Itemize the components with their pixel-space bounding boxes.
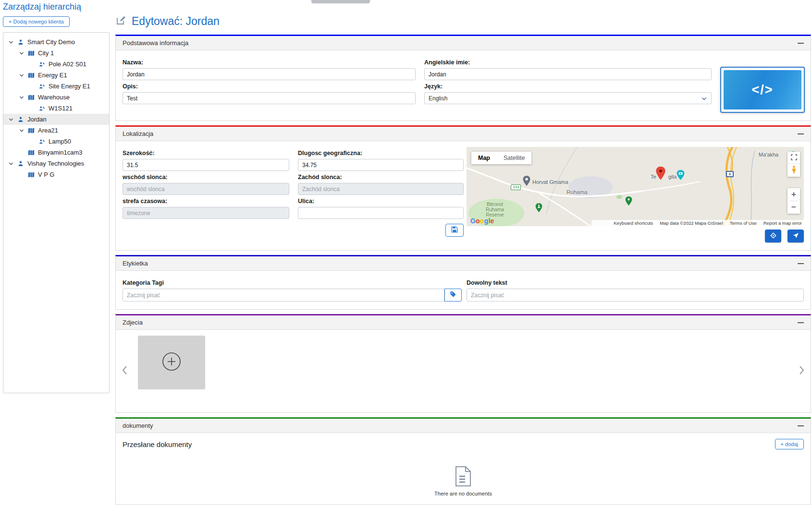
chevron-down-icon[interactable] bbox=[8, 39, 14, 45]
tree-item-warehouse[interactable]: Warehouse bbox=[3, 92, 109, 103]
longitude-field[interactable] bbox=[298, 159, 464, 171]
pegman-icon bbox=[791, 166, 797, 176]
google-logo[interactable]: Google bbox=[470, 217, 494, 225]
add-tag-button[interactable] bbox=[444, 289, 462, 302]
uploaded-documents-heading: Przesłane dokumenty bbox=[123, 440, 192, 448]
tree-item-v-p-g[interactable]: V P G bbox=[3, 169, 109, 180]
tree-item-pole-a02-s01[interactable]: Pole A02 S01 bbox=[3, 59, 109, 70]
language-select[interactable]: English bbox=[424, 92, 712, 104]
tree-item-label: Vishay Technologies bbox=[27, 160, 84, 167]
tree-item-city-1[interactable]: City 1 bbox=[3, 48, 109, 59]
collapse-icon[interactable] bbox=[798, 133, 804, 134]
collapse-icon[interactable] bbox=[798, 322, 804, 323]
gray-poi-pin[interactable] bbox=[523, 176, 530, 188]
map-attribution: Keyboard shortcutsMap data ©2022 Mapa GI… bbox=[591, 220, 804, 226]
map-attribution-item[interactable]: Terms of Use bbox=[730, 220, 757, 226]
map-attribution-item[interactable]: Report a map error bbox=[763, 220, 802, 226]
section-photos-header[interactable]: Zdjecia bbox=[116, 315, 811, 330]
site-icon bbox=[38, 105, 46, 112]
save-location-button[interactable] bbox=[445, 224, 464, 237]
carousel-right-icon[interactable] bbox=[799, 365, 805, 377]
zoom-in-button[interactable]: + bbox=[787, 188, 800, 201]
map-icon bbox=[27, 72, 35, 79]
map-label-poi1[interactable]: Horvat Gmama bbox=[532, 179, 568, 185]
red-marker-pin[interactable] bbox=[656, 167, 665, 182]
zoom-out-button[interactable]: − bbox=[787, 201, 800, 214]
map-type-map-button[interactable]: Map bbox=[471, 152, 497, 164]
tree-item-energy-e1[interactable]: Energy E1 bbox=[3, 70, 109, 81]
road-badge-334: 334 bbox=[511, 184, 521, 190]
directions-button[interactable] bbox=[765, 230, 781, 242]
category-tags-label: Kategoria Tagi bbox=[123, 279, 462, 286]
tree-item-site-energy-e1[interactable]: Site Energy E1 bbox=[3, 81, 109, 92]
collapse-icon[interactable] bbox=[798, 43, 804, 44]
section-photos: Zdjecia bbox=[115, 314, 811, 413]
add-photo-plus-icon bbox=[161, 351, 182, 374]
map-label-pin-right: gila bbox=[668, 174, 677, 180]
tree-item-label: Jordan bbox=[27, 116, 47, 123]
map-icon bbox=[27, 127, 35, 134]
fullscreen-button[interactable] bbox=[787, 152, 800, 164]
pegman-button[interactable] bbox=[787, 164, 800, 177]
latitude-field[interactable] bbox=[123, 159, 289, 171]
map-attribution-item[interactable]: Map data ©2022 Mapa GISrael bbox=[660, 220, 723, 226]
add-photo-tile[interactable] bbox=[138, 336, 205, 389]
chevron-down-icon[interactable] bbox=[8, 117, 14, 122]
street-field[interactable] bbox=[298, 207, 464, 219]
google-map[interactable]: Horvat Gmama 334 Ruhama Bitronot Ruhama … bbox=[467, 147, 804, 226]
chevron-down-icon[interactable] bbox=[19, 50, 25, 56]
map-label-reserve[interactable]: Bitronot Ruhama Reserve bbox=[486, 202, 504, 218]
map-zoom-control: + − bbox=[787, 188, 800, 214]
tree-item-vishay-technologies[interactable]: Vishay Technologies bbox=[3, 158, 109, 169]
section-location-header[interactable]: Lokalizacja bbox=[116, 127, 811, 141]
tree-item-w1s121[interactable]: W1S121 bbox=[3, 103, 109, 114]
chevron-down-icon[interactable] bbox=[19, 128, 25, 133]
tree-item-area21[interactable]: Area21 bbox=[3, 125, 109, 136]
code-thumbnail-icon: </> bbox=[724, 70, 801, 109]
street-label: Ulica: bbox=[298, 198, 464, 205]
tree-item-lamp50[interactable]: Lamp50 bbox=[3, 136, 109, 147]
tree-item-label: Area21 bbox=[38, 127, 58, 134]
chevron-down-icon[interactable] bbox=[19, 95, 25, 100]
name-label: Nazwa: bbox=[123, 59, 416, 66]
sunrise-label: wschód slonca: bbox=[123, 174, 289, 181]
chevron-down-icon[interactable] bbox=[8, 161, 14, 167]
map-label-town[interactable]: Ruhama bbox=[566, 189, 587, 195]
navigation-arrow-icon bbox=[793, 232, 799, 240]
collapse-icon[interactable] bbox=[798, 425, 804, 426]
hierarchy-title[interactable]: Zarządzaj hierarchią bbox=[3, 2, 110, 12]
section-basic-header[interactable]: Podstawowa informacja bbox=[116, 36, 811, 50]
tree-item-smart-city-demo[interactable]: Smart City Demo bbox=[3, 36, 109, 48]
chevron-down-icon bbox=[701, 96, 707, 103]
timezone-field bbox=[123, 207, 289, 219]
english-name-label: Angielskie imie: bbox=[424, 59, 712, 66]
add-document-button[interactable]: + dodaj bbox=[775, 439, 804, 449]
language-selected-value: English bbox=[429, 95, 447, 102]
section-location-title: Lokalizacja bbox=[123, 130, 153, 137]
map-type-satellite-button[interactable]: Satellite bbox=[497, 152, 531, 164]
longitude-label: Dlugosc geograficzna: bbox=[298, 150, 464, 157]
section-documents-header[interactable]: dokumenty bbox=[116, 419, 811, 433]
description-field[interactable] bbox=[123, 92, 416, 104]
name-field[interactable] bbox=[123, 68, 416, 80]
map-icon bbox=[27, 171, 35, 179]
page-header: Edytować: Jordan bbox=[115, 14, 811, 28]
map-attribution-item[interactable]: Keyboard shortcuts bbox=[614, 220, 653, 226]
carousel-left-icon[interactable] bbox=[122, 365, 128, 377]
language-label: Język: bbox=[424, 83, 712, 90]
hiker-poi-pin[interactable] bbox=[535, 203, 542, 215]
map-icon bbox=[27, 149, 35, 157]
add-client-button[interactable]: + Dodaj nowego klienta bbox=[3, 16, 70, 27]
locate-button[interactable] bbox=[787, 230, 804, 242]
free-text-input[interactable] bbox=[467, 289, 804, 302]
camera-poi-pin[interactable] bbox=[677, 170, 685, 182]
section-label-header[interactable]: Etykietka bbox=[116, 256, 811, 271]
tree-item-binyamin1cam3[interactable]: Binyamin1cam3 bbox=[3, 147, 109, 158]
chevron-down-icon[interactable] bbox=[19, 73, 25, 78]
category-tags-input[interactable] bbox=[123, 289, 444, 302]
english-name-field[interactable] bbox=[424, 68, 712, 80]
collapse-icon[interactable] bbox=[798, 263, 804, 264]
tree-poi-pin[interactable] bbox=[625, 196, 632, 208]
tree-item-jordan[interactable]: Jordan bbox=[3, 114, 109, 125]
client-thumbnail[interactable]: </> bbox=[720, 67, 805, 113]
